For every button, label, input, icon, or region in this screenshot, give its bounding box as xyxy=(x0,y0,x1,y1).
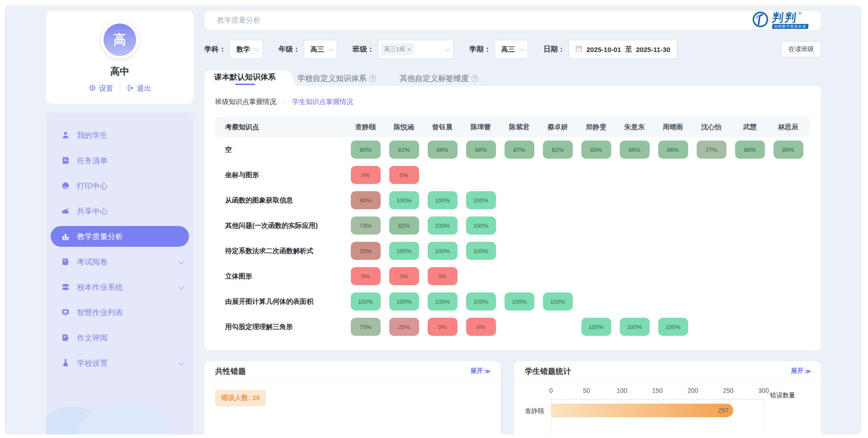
sidebar-item-8[interactable]: 作文评阅 xyxy=(46,325,193,350)
table-row: 空80%82%86%88%87%82%83%86%86%77%88%89% xyxy=(215,137,810,162)
sidebar-item-label: 打印中心 xyxy=(77,181,108,191)
chevron-down-icon xyxy=(179,283,184,289)
logout-label: 退出 xyxy=(137,84,151,94)
expand-common-mistakes[interactable]: 展开≫ xyxy=(470,367,490,375)
knowledge-point-label: 从函数的图象获取信息 xyxy=(215,196,346,205)
mastery-badge: 77% xyxy=(697,141,726,159)
logout-icon xyxy=(127,84,134,94)
mastery-cell: 100% xyxy=(577,318,615,336)
table-row: 由展开图计算几何体的表面积100%100%100%100%100%100% xyxy=(215,289,810,314)
calendar-icon xyxy=(576,45,582,53)
mastery-badge: 100% xyxy=(428,292,458,311)
expand-student-mistakes[interactable]: 展开≫ xyxy=(791,367,810,375)
sidebar-item-label: 校本作业系统 xyxy=(77,282,123,292)
remove-tag-icon[interactable]: × xyxy=(407,46,411,53)
mastery-badge: 88% xyxy=(466,141,496,159)
grade-select[interactable]: 高三 xyxy=(304,40,337,59)
mastery-badge: 100% xyxy=(428,242,458,260)
mastery-cell: 100% xyxy=(423,217,462,235)
date-separator: 至 xyxy=(625,45,632,54)
chevron-down-icon xyxy=(519,46,524,51)
mastery-badge: 83% xyxy=(581,141,611,159)
help-icon[interactable]: ? xyxy=(472,75,478,82)
tab-0[interactable]: 课本默认知识体系 xyxy=(204,71,286,86)
mastery-badge: 82% xyxy=(543,141,573,159)
tab-label: 课本默认知识体系 xyxy=(214,72,276,82)
student-column-header: 曾钰晨 xyxy=(423,123,462,132)
tab-2[interactable]: 其他自定义标签维度? xyxy=(388,71,490,86)
table-row: 待定系数法求二次函数解析式33%100%100%100% xyxy=(215,238,810,264)
sidebar-item-5[interactable]: 考试阅卷 xyxy=(46,249,193,274)
tab-label: 学校自定义知识体系 xyxy=(297,73,367,84)
chevron-down-icon xyxy=(255,46,259,51)
sidebar-item-6[interactable]: 校本作业系统 xyxy=(46,274,193,300)
help-icon[interactable]: ? xyxy=(369,75,376,82)
class-tag-label: 高三1班 xyxy=(384,45,405,53)
error-bar-chart: 050100150200250300 查静颐257 错误数量 xyxy=(514,381,821,434)
mastery-badge: 100% xyxy=(389,242,419,260)
subject-label: 学科： xyxy=(204,45,226,54)
tick-mark xyxy=(693,400,693,402)
tab-1[interactable]: 学校自定义知识体系? xyxy=(286,71,388,86)
cloud-icon xyxy=(61,207,70,216)
sidebar-item-label: 智慧作业列表 xyxy=(77,307,123,318)
double-chevron-icon: ≫ xyxy=(484,368,490,375)
date-range-picker[interactable]: 2025-10-01 至 2025-11-30 xyxy=(569,40,677,59)
chevron-down-icon xyxy=(179,258,184,264)
mastery-badge: 0% xyxy=(428,318,458,336)
x-tick-label: 100 xyxy=(617,387,627,394)
subject-select[interactable]: 数学 xyxy=(230,40,263,59)
settings-button[interactable]: 设置 xyxy=(89,84,113,94)
mastery-cell: 100% xyxy=(654,318,692,336)
table-header: 考察知识点 查静颐陈悦涵曾钰晨陈璋蕾陈紫君蔡卓妍郑静雯朱意东周晴雨沈心怡武慧林思… xyxy=(215,117,810,137)
x-tick-label: 0 xyxy=(549,387,553,394)
logout-button[interactable]: 退出 xyxy=(127,84,151,94)
logo-circle-icon xyxy=(752,11,769,30)
student-column-header: 蔡卓妍 xyxy=(538,123,577,132)
sidebar-item-label: 作文评阅 xyxy=(77,333,108,343)
tab-label: 其他自定义标签维度 xyxy=(400,73,469,84)
knowledge-point-label: 坐标与图形 xyxy=(215,171,346,179)
sidebar-item-4[interactable]: 教学质量分析 xyxy=(51,226,189,247)
sidebar-item-9[interactable]: 学校设置 xyxy=(46,350,193,376)
header-first-col: 考察知识点 xyxy=(215,123,346,132)
mastery-badge: 100% xyxy=(466,292,496,311)
table-row: 用勾股定理理解三角形75%25%0%0%100%100%100% xyxy=(215,314,810,339)
term-select[interactable]: 高三 xyxy=(495,40,528,59)
date-label: 日期： xyxy=(543,45,565,54)
knowledge-point-label: 待定系数法求二次函数解析式 xyxy=(215,247,346,255)
sidebar-item-7[interactable]: 智慧作业列表 xyxy=(46,300,193,325)
subtab-1[interactable]: 学生知识点掌握情况 xyxy=(292,98,353,106)
subtab-0[interactable]: 班级知识点掌握情况 xyxy=(215,98,276,106)
x-tick-label: 200 xyxy=(688,387,698,394)
x-axis-label: 错误数量 xyxy=(770,391,795,400)
mastery-cell: 100% xyxy=(462,292,500,311)
sidebar-item-label: 我的学生 xyxy=(77,130,108,141)
sidebar-item-0[interactable]: 我的学生 xyxy=(46,122,193,148)
x-tick-label: 50 xyxy=(583,387,590,394)
error-count-badge: 错误人数: 29 xyxy=(215,390,266,406)
mastery-badge: 100% xyxy=(543,292,573,311)
mastery-badge: 0% xyxy=(351,166,381,184)
mastery-cell: 82% xyxy=(538,141,577,159)
class-multiselect[interactable]: 高三1班 × xyxy=(378,40,454,59)
bar-chart-icon xyxy=(61,232,70,241)
mastery-cell: 100% xyxy=(538,292,577,311)
mastery-cell: 40% xyxy=(346,191,385,209)
mastery-cell: 0% xyxy=(423,267,462,285)
student-icon xyxy=(61,131,70,140)
mastery-cell: 0% xyxy=(423,318,462,336)
student-column-header: 陈璋蕾 xyxy=(462,123,500,132)
page-title: 教学质量分析 xyxy=(217,16,260,25)
logo-tagline: 你的数学批改好友 xyxy=(772,24,808,29)
mastery-cell: 100% xyxy=(385,191,423,209)
tick-mark xyxy=(728,400,729,402)
grade-value: 高三 xyxy=(311,45,324,54)
sidebar-item-3[interactable]: 共享中心 xyxy=(46,198,193,224)
sidebar-item-1[interactable]: 任务清单 xyxy=(46,148,193,173)
mastery-badge: 86% xyxy=(428,141,458,159)
grade-label: 年级： xyxy=(278,45,300,54)
mastery-cell: 86% xyxy=(423,141,462,159)
enrolled-class-button[interactable]: 在读班级 xyxy=(781,41,821,57)
sidebar-item-2[interactable]: 打印中心 xyxy=(46,173,193,198)
